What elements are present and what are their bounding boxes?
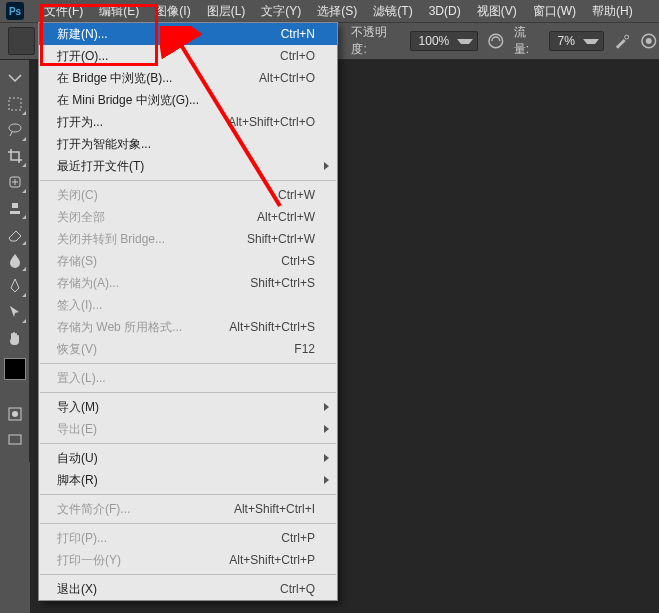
menu-item-fileinfo[interactable]: 文件简介(F)...Alt+Shift+Ctrl+I <box>39 498 337 520</box>
hand-tool-icon[interactable] <box>3 326 27 350</box>
submenu-arrow-icon <box>324 162 329 170</box>
menu-separator <box>40 392 336 393</box>
menu-edit[interactable]: 编辑(E) <box>91 0 147 23</box>
menu-item-shortcut: Alt+Ctrl+W <box>257 210 315 224</box>
menu-item-shortcut: Ctrl+W <box>278 188 315 202</box>
quickmask-icon[interactable] <box>3 402 27 426</box>
menu-item-shortcut: Ctrl+S <box>281 254 315 268</box>
menu-item-browse-bridge[interactable]: 在 Bridge 中浏览(B)...Alt+Ctrl+O <box>39 67 337 89</box>
menu-select[interactable]: 选择(S) <box>309 0 365 23</box>
menu-item-label: 在 Mini Bridge 中浏览(G)... <box>57 92 315 109</box>
menu-item-open-smart[interactable]: 打开为智能对象... <box>39 133 337 155</box>
menu-item-shortcut: Ctrl+P <box>281 531 315 545</box>
menu-item-browse-mini-bridge[interactable]: 在 Mini Bridge 中浏览(G)... <box>39 89 337 111</box>
menu-item-shortcut: Alt+Shift+Ctrl+I <box>234 502 315 516</box>
menu-image[interactable]: 图像(I) <box>147 0 198 23</box>
opacity-field[interactable]: 100% <box>410 31 479 51</box>
pressure-size-icon[interactable] <box>639 31 659 51</box>
submenu-arrow-icon <box>324 476 329 484</box>
healing-brush-tool-icon[interactable] <box>3 170 27 194</box>
crop-tool-icon[interactable] <box>3 144 27 168</box>
menu-item-import[interactable]: 导入(M) <box>39 396 337 418</box>
menu-separator <box>40 180 336 181</box>
menu-separator <box>40 443 336 444</box>
menu-separator <box>40 494 336 495</box>
menu-filter[interactable]: 滤镜(T) <box>365 0 420 23</box>
menu-item-exit[interactable]: 退出(X)Ctrl+Q <box>39 578 337 600</box>
menu-item-shortcut: Alt+Shift+Ctrl+O <box>228 115 315 129</box>
color-swatch[interactable] <box>4 358 26 380</box>
menu-item-automate[interactable]: 自动(U) <box>39 447 337 469</box>
chevron-down-icon <box>583 39 599 44</box>
menu-item-label: 在 Bridge 中浏览(B)... <box>57 70 259 87</box>
marquee-tool-icon[interactable] <box>3 92 27 116</box>
menu-item-export[interactable]: 导出(E) <box>39 418 337 440</box>
flow-value: 7% <box>554 34 579 48</box>
menu-item-label: 脚本(R) <box>57 472 315 489</box>
menu-item-label: 打开(O)... <box>57 48 280 65</box>
menu-item-label: 导入(M) <box>57 399 315 416</box>
menu-item-label: 打开为智能对象... <box>57 136 315 153</box>
menu-item-label: 关闭全部 <box>57 209 257 226</box>
menu-item-print[interactable]: 打印(P)...Ctrl+P <box>39 527 337 549</box>
menu-item-save[interactable]: 存储(S)Ctrl+S <box>39 250 337 272</box>
menu-item-close-bridge[interactable]: 关闭并转到 Bridge...Shift+Ctrl+W <box>39 228 337 250</box>
menu-item-shortcut: Shift+Ctrl+S <box>250 276 315 290</box>
menu-item-shortcut: Alt+Shift+Ctrl+S <box>229 320 315 334</box>
opacity-label: 不透明度: <box>351 24 401 58</box>
menu-item-new[interactable]: 新建(N)...Ctrl+N <box>39 23 337 45</box>
menu-item-recent[interactable]: 最近打开文件(T) <box>39 155 337 177</box>
submenu-arrow-icon <box>324 403 329 411</box>
menu-type[interactable]: 文字(Y) <box>253 0 309 23</box>
screenmode-icon[interactable] <box>3 428 27 452</box>
menu-item-close[interactable]: 关闭(C)Ctrl+W <box>39 184 337 206</box>
menu-3d[interactable]: 3D(D) <box>421 1 469 21</box>
menu-item-label: 打印一份(Y) <box>57 552 229 569</box>
eraser-tool-icon[interactable] <box>3 222 27 246</box>
tab-toggle-icon[interactable] <box>3 66 27 90</box>
menu-item-shortcut: Ctrl+N <box>281 27 315 41</box>
menu-item-close-all[interactable]: 关闭全部Alt+Ctrl+W <box>39 206 337 228</box>
menu-window[interactable]: 窗口(W) <box>525 0 584 23</box>
menu-item-label: 导出(E) <box>57 421 315 438</box>
menu-file[interactable]: 文件(F) <box>36 0 91 23</box>
chevron-down-icon <box>457 39 473 44</box>
tools-panel <box>0 60 30 462</box>
menu-help[interactable]: 帮助(H) <box>584 0 641 23</box>
menu-item-revert[interactable]: 恢复(V)F12 <box>39 338 337 360</box>
menu-separator <box>40 574 336 575</box>
file-menu-dropdown: 新建(N)...Ctrl+N 打开(O)...Ctrl+O 在 Bridge 中… <box>38 22 338 601</box>
menu-item-shortcut: Ctrl+Q <box>280 582 315 596</box>
lasso-tool-icon[interactable] <box>3 118 27 142</box>
menu-item-label: 打开为... <box>57 114 228 131</box>
menu-item-label: 存储为 Web 所用格式... <box>57 319 229 336</box>
menu-item-save-as[interactable]: 存储为(A)...Shift+Ctrl+S <box>39 272 337 294</box>
tool-preset-icon[interactable] <box>8 27 35 55</box>
menu-item-open[interactable]: 打开(O)...Ctrl+O <box>39 45 337 67</box>
menu-view[interactable]: 视图(V) <box>469 0 525 23</box>
menu-item-print-one[interactable]: 打印一份(Y)Alt+Shift+Ctrl+P <box>39 549 337 571</box>
stamp-tool-icon[interactable] <box>3 196 27 220</box>
submenu-arrow-icon <box>324 454 329 462</box>
submenu-arrow-icon <box>324 425 329 433</box>
svg-rect-4 <box>9 98 21 110</box>
pressure-opacity-icon[interactable] <box>486 31 506 51</box>
menu-item-scripts[interactable]: 脚本(R) <box>39 469 337 491</box>
menu-item-label: 关闭(C) <box>57 187 278 204</box>
menu-item-shortcut: Shift+Ctrl+W <box>247 232 315 246</box>
menu-item-label: 自动(U) <box>57 450 315 467</box>
menu-item-open-as[interactable]: 打开为...Alt+Shift+Ctrl+O <box>39 111 337 133</box>
flow-field[interactable]: 7% <box>549 31 604 51</box>
menu-item-checkin[interactable]: 签入(I)... <box>39 294 337 316</box>
menu-item-place[interactable]: 置入(L)... <box>39 367 337 389</box>
svg-point-3 <box>646 38 652 44</box>
menu-separator <box>40 523 336 524</box>
svg-point-0 <box>489 34 503 48</box>
menu-item-label: 新建(N)... <box>57 26 281 43</box>
pen-tool-icon[interactable] <box>3 274 27 298</box>
path-select-tool-icon[interactable] <box>3 300 27 324</box>
menu-layer[interactable]: 图层(L) <box>199 0 254 23</box>
blur-tool-icon[interactable] <box>3 248 27 272</box>
menu-item-save-web[interactable]: 存储为 Web 所用格式...Alt+Shift+Ctrl+S <box>39 316 337 338</box>
airbrush-icon[interactable] <box>612 31 632 51</box>
